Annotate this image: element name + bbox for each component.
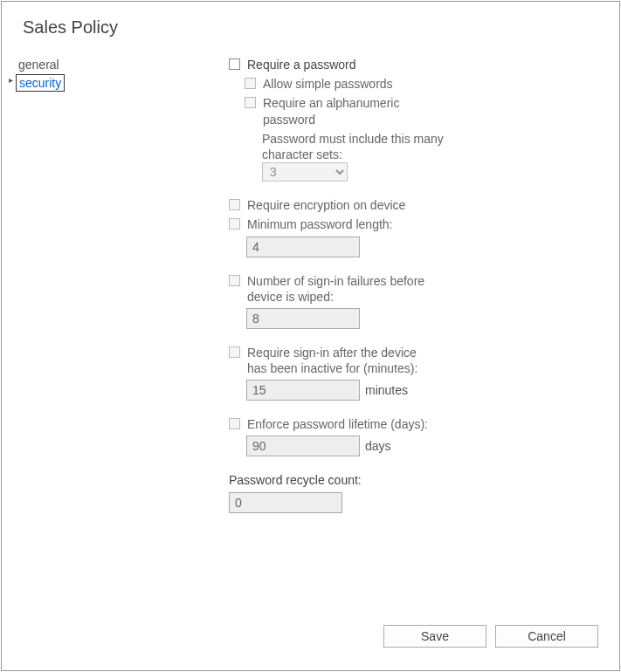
require-password-checkbox[interactable] — [229, 58, 240, 70]
inactive-checkbox[interactable] — [229, 346, 240, 358]
recycle-input[interactable] — [229, 492, 342, 513]
charset-desc: Password must include this many characte… — [262, 131, 445, 162]
caret-right-icon: ▸ — [9, 76, 13, 85]
cancel-button[interactable]: Cancel — [495, 625, 598, 648]
require-alnum-label: Require an alphanumeric password — [263, 95, 445, 127]
failures-checkbox[interactable] — [229, 275, 240, 286]
failures-label: Number of sign-in failures before device… — [247, 273, 438, 305]
dialog-panel: Sales Policy general ▸ security Require … — [1, 1, 620, 671]
min-length-input[interactable] — [246, 237, 360, 257]
lifetime-checkbox[interactable] — [229, 418, 240, 429]
lifetime-label: Enforce password lifetime (days): — [247, 416, 428, 432]
inactive-input[interactable] — [246, 380, 360, 401]
inactive-unit: minutes — [365, 383, 408, 397]
save-button[interactable]: Save — [383, 625, 486, 648]
allow-simple-checkbox[interactable] — [245, 78, 256, 89]
require-encryption-label: Require encryption on device — [247, 197, 405, 213]
require-alnum-checkbox[interactable] — [245, 97, 256, 108]
lifetime-input[interactable] — [246, 435, 360, 456]
lifetime-unit: days — [365, 439, 391, 453]
inactive-label: Require sign-in after the device has bee… — [247, 345, 438, 376]
allow-simple-label: Allow simple passwords — [263, 76, 393, 92]
page-title: Sales Policy — [23, 17, 619, 38]
recycle-label: Password recycle count: — [229, 472, 593, 488]
content: general ▸ security Require a password Al… — [2, 57, 619, 513]
min-length-checkbox[interactable] — [229, 218, 240, 230]
require-encryption-checkbox[interactable] — [229, 199, 240, 210]
require-password-label: Require a password — [247, 57, 356, 72]
charset-select[interactable]: 3 — [262, 162, 348, 182]
nav-general[interactable]: general — [16, 57, 72, 72]
min-length-label: Minimum password length: — [247, 216, 393, 232]
button-bar: Save Cancel — [383, 625, 598, 648]
failures-input[interactable] — [246, 308, 360, 329]
main-form: Require a password Allow simple password… — [80, 57, 619, 513]
sidebar: general ▸ security — [2, 57, 80, 513]
nav-security[interactable]: security — [16, 74, 65, 92]
require-password-row: Require a password — [229, 57, 593, 72]
